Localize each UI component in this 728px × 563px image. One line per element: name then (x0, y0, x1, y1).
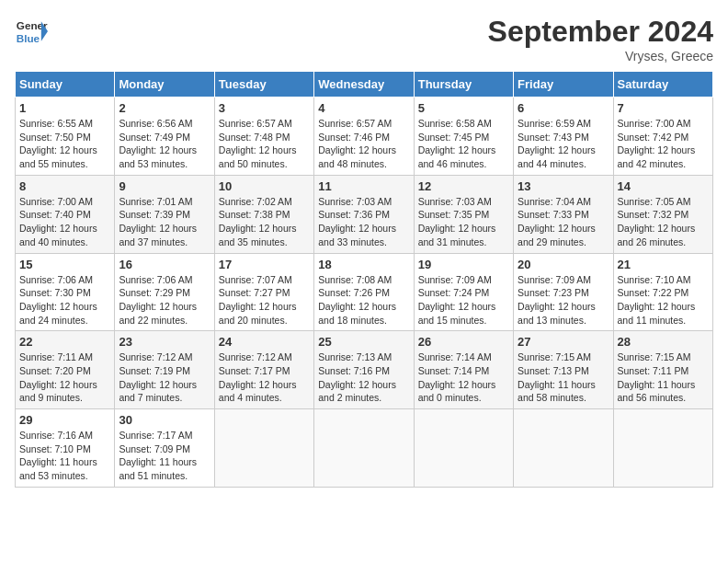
day-number: 1 (19, 101, 110, 115)
day-info: Sunrise: 6:58 AMSunset: 7:45 PMDaylight:… (418, 117, 509, 171)
day-number: 9 (119, 179, 210, 193)
day-info: Sunrise: 7:01 AMSunset: 7:39 PMDaylight:… (119, 195, 210, 249)
svg-text:Blue: Blue (17, 32, 40, 44)
calendar-header-row: SundayMondayTuesdayWednesdayThursdayFrid… (16, 72, 713, 98)
calendar-week-row: 15Sunrise: 7:06 AMSunset: 7:30 PMDayligh… (16, 253, 713, 331)
day-number: 17 (219, 258, 310, 271)
day-info: Sunrise: 7:12 AMSunset: 7:19 PMDaylight:… (119, 350, 210, 405)
day-number: 5 (418, 101, 509, 115)
day-info: Sunrise: 7:09 AMSunset: 7:24 PMDaylight:… (418, 273, 509, 327)
month-title: September 2024 (488, 15, 713, 49)
calendar-cell (214, 409, 313, 488)
day-number: 23 (119, 335, 210, 349)
calendar-cell: 10Sunrise: 7:02 AMSunset: 7:38 PMDayligh… (214, 175, 313, 253)
calendar-cell: 15Sunrise: 7:06 AMSunset: 7:30 PMDayligh… (16, 253, 115, 331)
calendar-cell: 22Sunrise: 7:11 AMSunset: 7:20 PMDayligh… (16, 331, 115, 409)
day-number: 27 (518, 335, 609, 349)
calendar-cell: 6Sunrise: 6:59 AMSunset: 7:43 PMDaylight… (514, 98, 613, 176)
day-number: 12 (418, 179, 509, 193)
day-info: Sunrise: 7:00 AMSunset: 7:42 PMDaylight:… (618, 117, 709, 171)
calendar-cell: 13Sunrise: 7:04 AMSunset: 7:33 PMDayligh… (514, 175, 613, 253)
day-info: Sunrise: 7:11 AMSunset: 7:20 PMDaylight:… (19, 350, 110, 405)
day-info: Sunrise: 7:05 AMSunset: 7:32 PMDaylight:… (618, 195, 709, 249)
calendar-cell: 28Sunrise: 7:15 AMSunset: 7:11 PMDayligh… (613, 331, 712, 409)
calendar-cell: 16Sunrise: 7:06 AMSunset: 7:29 PMDayligh… (115, 253, 214, 331)
day-number: 16 (119, 258, 210, 271)
day-header-wednesday: Wednesday (314, 72, 414, 98)
calendar-cell: 9Sunrise: 7:01 AMSunset: 7:39 PMDaylight… (115, 175, 214, 253)
day-number: 24 (219, 335, 310, 349)
day-header-tuesday: Tuesday (214, 72, 313, 98)
calendar-cell: 21Sunrise: 7:10 AMSunset: 7:22 PMDayligh… (613, 253, 712, 331)
calendar-cell: 8Sunrise: 7:00 AMSunset: 7:40 PMDaylight… (16, 175, 115, 253)
day-number: 28 (618, 335, 709, 349)
day-number: 19 (418, 258, 509, 271)
day-header-sunday: Sunday (16, 72, 115, 98)
day-number: 6 (518, 101, 609, 115)
day-number: 21 (618, 258, 709, 271)
day-number: 20 (518, 258, 609, 271)
calendar-cell: 1Sunrise: 6:55 AMSunset: 7:50 PMDaylight… (16, 98, 115, 176)
calendar-cell: 3Sunrise: 6:57 AMSunset: 7:48 PMDaylight… (214, 98, 313, 176)
day-header-saturday: Saturday (613, 72, 712, 98)
day-info: Sunrise: 7:15 AMSunset: 7:13 PMDaylight:… (518, 350, 609, 405)
day-info: Sunrise: 7:09 AMSunset: 7:23 PMDaylight:… (518, 273, 609, 327)
day-info: Sunrise: 7:00 AMSunset: 7:40 PMDaylight:… (19, 195, 110, 249)
calendar-cell: 18Sunrise: 7:08 AMSunset: 7:26 PMDayligh… (314, 253, 414, 331)
calendar-cell: 29Sunrise: 7:16 AMSunset: 7:10 PMDayligh… (16, 409, 115, 488)
day-header-thursday: Thursday (414, 72, 513, 98)
calendar-cell: 30Sunrise: 7:17 AMSunset: 7:09 PMDayligh… (115, 409, 214, 488)
day-info: Sunrise: 7:16 AMSunset: 7:10 PMDaylight:… (19, 429, 110, 483)
day-info: Sunrise: 6:55 AMSunset: 7:50 PMDaylight:… (19, 117, 110, 171)
day-info: Sunrise: 7:15 AMSunset: 7:11 PMDaylight:… (618, 350, 709, 405)
calendar-cell: 5Sunrise: 6:58 AMSunset: 7:45 PMDaylight… (414, 98, 513, 176)
day-number: 13 (518, 179, 609, 193)
calendar-cell: 24Sunrise: 7:12 AMSunset: 7:17 PMDayligh… (214, 331, 313, 409)
day-info: Sunrise: 7:06 AMSunset: 7:29 PMDaylight:… (119, 273, 210, 327)
calendar-cell: 23Sunrise: 7:12 AMSunset: 7:19 PMDayligh… (115, 331, 214, 409)
calendar-cell: 19Sunrise: 7:09 AMSunset: 7:24 PMDayligh… (414, 253, 513, 331)
calendar-cell: 7Sunrise: 7:00 AMSunset: 7:42 PMDaylight… (613, 98, 712, 176)
day-header-friday: Friday (514, 72, 613, 98)
calendar-cell: 4Sunrise: 6:57 AMSunset: 7:46 PMDaylight… (314, 98, 414, 176)
day-number: 10 (219, 179, 310, 193)
calendar-week-row: 1Sunrise: 6:55 AMSunset: 7:50 PMDaylight… (16, 98, 713, 176)
day-info: Sunrise: 7:08 AMSunset: 7:26 PMDaylight:… (318, 273, 409, 327)
day-number: 25 (318, 335, 409, 349)
logo: General Blue (15, 15, 48, 48)
calendar-week-row: 22Sunrise: 7:11 AMSunset: 7:20 PMDayligh… (16, 331, 713, 409)
day-info: Sunrise: 6:56 AMSunset: 7:49 PMDaylight:… (119, 117, 210, 171)
day-number: 18 (318, 258, 409, 271)
day-info: Sunrise: 7:03 AMSunset: 7:35 PMDaylight:… (418, 195, 509, 249)
day-info: Sunrise: 6:59 AMSunset: 7:43 PMDaylight:… (518, 117, 609, 171)
calendar-cell: 20Sunrise: 7:09 AMSunset: 7:23 PMDayligh… (514, 253, 613, 331)
day-number: 26 (418, 335, 509, 349)
day-number: 2 (119, 101, 210, 115)
page-header: General Blue September 2024 Vryses, Gree… (15, 15, 713, 63)
calendar-cell: 26Sunrise: 7:14 AMSunset: 7:14 PMDayligh… (414, 331, 513, 409)
day-info: Sunrise: 7:07 AMSunset: 7:27 PMDaylight:… (219, 273, 310, 327)
day-info: Sunrise: 7:17 AMSunset: 7:09 PMDaylight:… (119, 429, 210, 483)
calendar-table: SundayMondayTuesdayWednesdayThursdayFrid… (15, 71, 713, 488)
day-info: Sunrise: 7:04 AMSunset: 7:33 PMDaylight:… (518, 195, 609, 249)
calendar-cell (613, 409, 712, 488)
calendar-cell (314, 409, 414, 488)
calendar-cell (514, 409, 613, 488)
day-info: Sunrise: 6:57 AMSunset: 7:46 PMDaylight:… (318, 117, 409, 171)
day-number: 11 (318, 179, 409, 193)
day-info: Sunrise: 6:57 AMSunset: 7:48 PMDaylight:… (219, 117, 310, 171)
calendar-cell: 17Sunrise: 7:07 AMSunset: 7:27 PMDayligh… (214, 253, 313, 331)
day-info: Sunrise: 7:13 AMSunset: 7:16 PMDaylight:… (318, 350, 409, 405)
calendar-cell (414, 409, 513, 488)
day-info: Sunrise: 7:14 AMSunset: 7:14 PMDaylight:… (418, 350, 509, 405)
day-number: 22 (19, 335, 110, 349)
day-number: 14 (618, 179, 709, 193)
calendar-cell: 27Sunrise: 7:15 AMSunset: 7:13 PMDayligh… (514, 331, 613, 409)
calendar-cell: 11Sunrise: 7:03 AMSunset: 7:36 PMDayligh… (314, 175, 414, 253)
day-number: 30 (119, 413, 210, 427)
day-number: 15 (19, 258, 110, 271)
title-area: September 2024 Vryses, Greece (488, 15, 713, 63)
location: Vryses, Greece (488, 49, 713, 63)
day-number: 29 (19, 413, 110, 427)
logo-icon: General Blue (15, 15, 48, 48)
